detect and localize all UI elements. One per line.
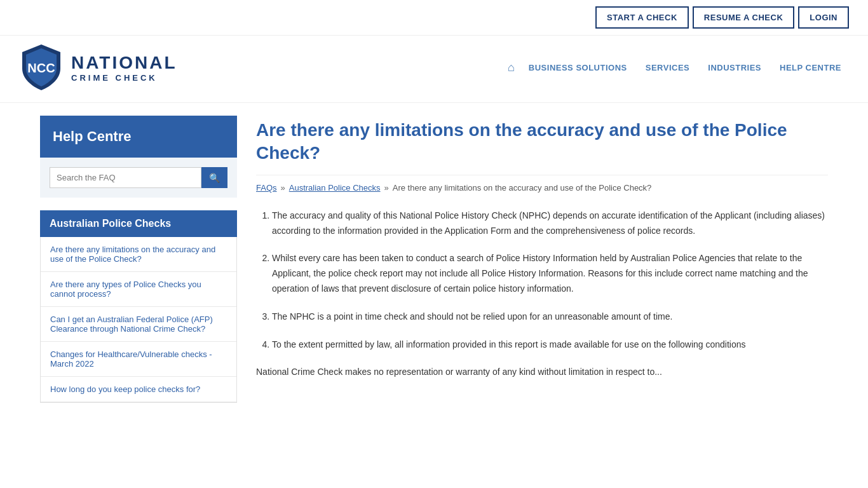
breadcrumb-sep-2: » [384, 183, 389, 193]
start-check-button[interactable]: START A CHECK [595, 6, 689, 29]
logo-subtitle: CRIME CHECK [71, 73, 177, 83]
search-input[interactable] [50, 167, 201, 188]
nav-industries[interactable]: INDUSTRIES [700, 60, 769, 76]
list-item: Whilst every care has been taken to cond… [272, 251, 828, 296]
logo-shield-icon: NCC [19, 42, 64, 93]
breadcrumb-police-checks[interactable]: Australian Police Checks [289, 183, 381, 193]
sidebar-links: Are there any limitations on the accurac… [40, 237, 237, 403]
page-title: Are there any limitations on the accurac… [256, 119, 828, 165]
breadcrumb-current: Are there any limitations on the accurac… [393, 183, 652, 193]
partial-text: National Crime Check makes no representa… [256, 365, 828, 380]
main-content: Are there any limitations on the accurac… [256, 116, 828, 403]
nav-services[interactable]: SERVICES [638, 60, 698, 76]
logo: NCC NATIONAL CRIME CHECK [19, 42, 177, 93]
sidebar-link-2[interactable]: Can I get an Australian Federal Police (… [41, 307, 236, 342]
nav-business-solutions[interactable]: BUSINESS SOLUTIONS [521, 60, 635, 76]
logo-text: NATIONAL CRIME CHECK [71, 53, 177, 83]
svg-text:NCC: NCC [27, 61, 55, 75]
sidebar-search-area: 🔍 [40, 158, 237, 198]
list-item: To the extent permitted by law, all info… [272, 337, 828, 353]
content-list: The accuracy and quality of this Nationa… [256, 208, 828, 353]
resume-check-button[interactable]: RESUME A CHECK [693, 6, 795, 29]
list-item: The accuracy and quality of this Nationa… [272, 208, 828, 239]
sidebar-section-title: Australian Police Checks [40, 210, 237, 237]
sidebar-link-3[interactable]: Changes for Healthcare/Vulnerable checks… [41, 342, 236, 377]
breadcrumb-faqs[interactable]: FAQs [256, 183, 277, 193]
main-nav: ⌂ BUSINESS SOLUTIONS SERVICES INDUSTRIES… [505, 58, 849, 78]
nav-help-centre[interactable]: HELP CENTRE [772, 60, 849, 76]
search-button[interactable]: 🔍 [201, 167, 227, 188]
breadcrumb: FAQs » Australian Police Checks » Are th… [256, 175, 828, 193]
list-item: The NPHC is a point in time check and sh… [272, 309, 828, 325]
sidebar-link-4[interactable]: How long do you keep police checks for? [41, 377, 236, 402]
breadcrumb-sep-1: » [281, 183, 285, 193]
home-icon[interactable]: ⌂ [505, 58, 518, 78]
sidebar: Help Centre 🔍 Australian Police Checks A… [40, 116, 237, 403]
sidebar-title: Help Centre [40, 116, 237, 158]
sidebar-link-1[interactable]: Are there any types of Police Checks you… [41, 272, 236, 307]
login-button[interactable]: LOGIN [798, 6, 849, 29]
logo-ncc: NATIONAL [71, 53, 177, 73]
sidebar-link-0[interactable]: Are there any limitations on the accurac… [41, 237, 236, 272]
